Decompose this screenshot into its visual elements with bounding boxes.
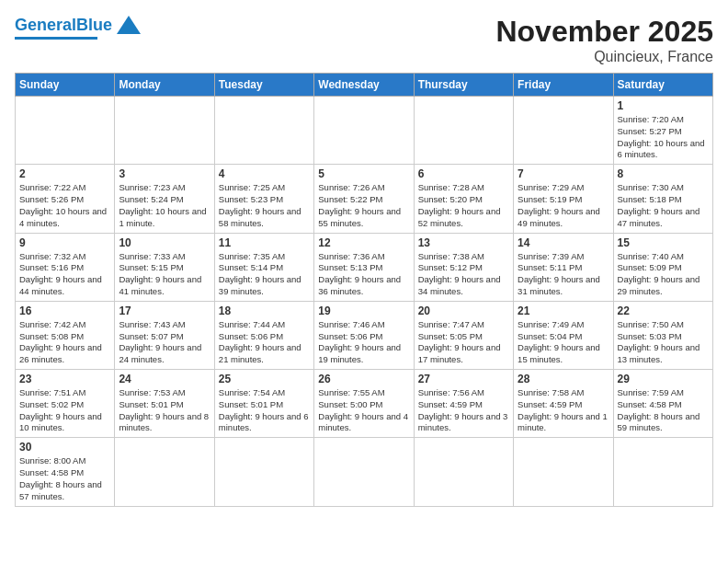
logo-icon <box>116 15 142 35</box>
day-info: Sunrise: 7:56 AM Sunset: 4:59 PM Dayligh… <box>418 387 509 434</box>
svg-marker-0 <box>117 16 141 34</box>
day-info: Sunrise: 7:32 AM Sunset: 5:16 PM Dayligh… <box>19 251 110 298</box>
calendar-cell: 6Sunrise: 7:28 AM Sunset: 5:20 PM Daylig… <box>414 165 513 233</box>
day-info: Sunrise: 7:50 AM Sunset: 5:03 PM Dayligh… <box>618 319 709 366</box>
calendar-cell <box>414 438 513 506</box>
day-number: 26 <box>318 373 409 385</box>
calendar-cell: 8Sunrise: 7:30 AM Sunset: 5:18 PM Daylig… <box>613 165 712 233</box>
day-number: 17 <box>119 304 210 317</box>
calendar-week-0: 1Sunrise: 7:20 AM Sunset: 5:27 PM Daylig… <box>16 97 713 165</box>
day-info: Sunrise: 7:36 AM Sunset: 5:13 PM Dayligh… <box>318 251 409 298</box>
day-info: Sunrise: 7:51 AM Sunset: 5:02 PM Dayligh… <box>19 387 110 434</box>
day-info: Sunrise: 7:25 AM Sunset: 5:23 PM Dayligh… <box>219 182 310 229</box>
calendar-table: SundayMondayTuesdayWednesdayThursdayFrid… <box>15 73 713 507</box>
calendar-cell: 1Sunrise: 7:20 AM Sunset: 5:27 PM Daylig… <box>613 97 712 165</box>
calendar-cell: 16Sunrise: 7:42 AM Sunset: 5:08 PM Dayli… <box>16 301 115 369</box>
calendar-cell: 3Sunrise: 7:23 AM Sunset: 5:24 PM Daylig… <box>115 165 214 233</box>
day-number: 21 <box>518 304 609 317</box>
logo-text: GeneralBlue <box>15 16 112 35</box>
calendar-cell: 29Sunrise: 7:59 AM Sunset: 4:58 PM Dayli… <box>613 370 712 438</box>
header-friday: Friday <box>514 74 613 97</box>
day-number: 15 <box>618 236 709 249</box>
calendar-cell <box>314 97 414 165</box>
day-info: Sunrise: 7:49 AM Sunset: 5:04 PM Dayligh… <box>518 319 609 366</box>
day-info: Sunrise: 8:00 AM Sunset: 4:58 PM Dayligh… <box>19 455 110 502</box>
calendar-cell: 15Sunrise: 7:40 AM Sunset: 5:09 PM Dayli… <box>613 233 712 301</box>
calendar-cell: 28Sunrise: 7:58 AM Sunset: 4:59 PM Dayli… <box>514 370 613 438</box>
day-info: Sunrise: 7:29 AM Sunset: 5:19 PM Dayligh… <box>518 182 609 229</box>
day-number: 16 <box>19 304 110 317</box>
calendar-header-row: SundayMondayTuesdayWednesdayThursdayFrid… <box>16 74 713 97</box>
day-number: 6 <box>418 167 509 180</box>
calendar-cell <box>514 97 613 165</box>
day-number: 9 <box>19 236 110 249</box>
day-number: 19 <box>318 304 409 317</box>
calendar-cell: 17Sunrise: 7:43 AM Sunset: 5:07 PM Dayli… <box>115 301 214 369</box>
day-number: 8 <box>618 167 709 180</box>
day-number: 1 <box>618 99 709 112</box>
day-info: Sunrise: 7:23 AM Sunset: 5:24 PM Dayligh… <box>119 182 210 229</box>
day-number: 7 <box>518 167 609 180</box>
calendar-cell <box>214 438 313 506</box>
header-sunday: Sunday <box>16 74 115 97</box>
header-saturday: Saturday <box>613 74 712 97</box>
title-block: November 2025 Quincieux, France <box>495 15 713 65</box>
logo-blue: Blue <box>76 16 112 34</box>
day-info: Sunrise: 7:54 AM Sunset: 5:01 PM Dayligh… <box>219 387 310 434</box>
day-info: Sunrise: 7:35 AM Sunset: 5:14 PM Dayligh… <box>219 251 310 298</box>
calendar-cell: 21Sunrise: 7:49 AM Sunset: 5:04 PM Dayli… <box>514 301 613 369</box>
day-number: 28 <box>518 373 609 385</box>
day-info: Sunrise: 7:53 AM Sunset: 5:01 PM Dayligh… <box>119 387 210 434</box>
day-info: Sunrise: 7:46 AM Sunset: 5:06 PM Dayligh… <box>318 319 409 366</box>
day-number: 25 <box>219 373 310 385</box>
calendar-cell <box>16 97 115 165</box>
day-info: Sunrise: 7:20 AM Sunset: 5:27 PM Dayligh… <box>618 114 709 161</box>
calendar-cell: 24Sunrise: 7:53 AM Sunset: 5:01 PM Dayli… <box>115 370 214 438</box>
calendar-week-5: 30Sunrise: 8:00 AM Sunset: 4:58 PM Dayli… <box>16 438 713 506</box>
calendar-cell <box>314 438 414 506</box>
calendar-subtitle: Quincieux, France <box>495 49 713 65</box>
logo-bar <box>15 37 97 40</box>
day-info: Sunrise: 7:26 AM Sunset: 5:22 PM Dayligh… <box>318 182 409 229</box>
calendar-cell: 20Sunrise: 7:47 AM Sunset: 5:05 PM Dayli… <box>414 301 513 369</box>
day-number: 5 <box>318 167 409 180</box>
calendar-cell: 10Sunrise: 7:33 AM Sunset: 5:15 PM Dayli… <box>115 233 214 301</box>
calendar-cell: 23Sunrise: 7:51 AM Sunset: 5:02 PM Dayli… <box>16 370 115 438</box>
day-number: 30 <box>19 441 110 454</box>
day-info: Sunrise: 7:28 AM Sunset: 5:20 PM Dayligh… <box>418 182 509 229</box>
day-info: Sunrise: 7:30 AM Sunset: 5:18 PM Dayligh… <box>618 182 709 229</box>
calendar-week-4: 23Sunrise: 7:51 AM Sunset: 5:02 PM Dayli… <box>16 370 713 438</box>
day-number: 12 <box>318 236 409 249</box>
calendar-cell <box>115 438 214 506</box>
day-info: Sunrise: 7:43 AM Sunset: 5:07 PM Dayligh… <box>119 319 210 366</box>
calendar-cell <box>613 438 712 506</box>
day-number: 11 <box>219 236 310 249</box>
day-info: Sunrise: 7:33 AM Sunset: 5:15 PM Dayligh… <box>119 251 210 298</box>
calendar-cell: 11Sunrise: 7:35 AM Sunset: 5:14 PM Dayli… <box>214 233 313 301</box>
logo: GeneralBlue <box>15 15 142 40</box>
day-info: Sunrise: 7:38 AM Sunset: 5:12 PM Dayligh… <box>418 251 509 298</box>
day-number: 23 <box>19 373 110 385</box>
calendar-cell: 18Sunrise: 7:44 AM Sunset: 5:06 PM Dayli… <box>214 301 313 369</box>
calendar-cell: 14Sunrise: 7:39 AM Sunset: 5:11 PM Dayli… <box>514 233 613 301</box>
calendar-cell: 27Sunrise: 7:56 AM Sunset: 4:59 PM Dayli… <box>414 370 513 438</box>
calendar-title: November 2025 <box>495 15 713 49</box>
calendar-cell <box>514 438 613 506</box>
logo-general: General <box>15 16 76 34</box>
calendar-cell: 5Sunrise: 7:26 AM Sunset: 5:22 PM Daylig… <box>314 165 414 233</box>
header-thursday: Thursday <box>414 74 513 97</box>
day-number: 4 <box>219 167 310 180</box>
calendar-cell: 22Sunrise: 7:50 AM Sunset: 5:03 PM Dayli… <box>613 301 712 369</box>
day-number: 3 <box>119 167 210 180</box>
calendar-cell: 26Sunrise: 7:55 AM Sunset: 5:00 PM Dayli… <box>314 370 414 438</box>
calendar-week-3: 16Sunrise: 7:42 AM Sunset: 5:08 PM Dayli… <box>16 301 713 369</box>
day-number: 20 <box>418 304 509 317</box>
day-info: Sunrise: 7:39 AM Sunset: 5:11 PM Dayligh… <box>518 251 609 298</box>
day-number: 18 <box>219 304 310 317</box>
calendar-cell: 19Sunrise: 7:46 AM Sunset: 5:06 PM Dayli… <box>314 301 414 369</box>
day-number: 14 <box>518 236 609 249</box>
day-number: 10 <box>119 236 210 249</box>
calendar-cell: 13Sunrise: 7:38 AM Sunset: 5:12 PM Dayli… <box>414 233 513 301</box>
calendar-week-2: 9Sunrise: 7:32 AM Sunset: 5:16 PM Daylig… <box>16 233 713 301</box>
day-number: 13 <box>418 236 509 249</box>
